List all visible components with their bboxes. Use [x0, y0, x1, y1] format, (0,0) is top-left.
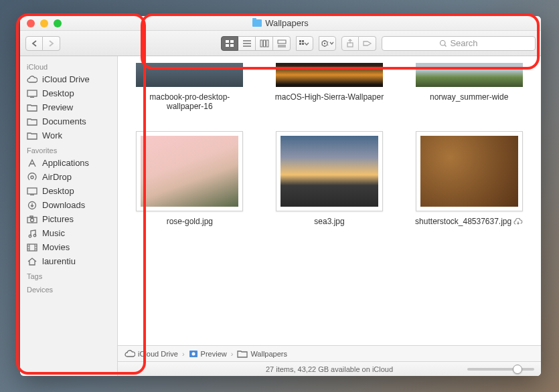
action-menu-button[interactable]	[319, 36, 336, 51]
file-item[interactable]: rose-gold.jpg	[130, 131, 250, 226]
file-name: macOS-High-Sierra-Wallpaper	[275, 92, 384, 102]
sidebar-item[interactable]: Work	[20, 128, 117, 142]
svg-rect-33	[27, 244, 37, 251]
sidebar-item-label: Music	[42, 228, 65, 238]
sidebar-item-label: Downloads	[42, 200, 85, 210]
path-separator: ›	[231, 350, 234, 358]
svg-rect-3	[230, 44, 234, 47]
svg-point-24	[31, 176, 33, 179]
svg-point-31	[29, 235, 31, 237]
sidebar-item[interactable]: iCloud Drive	[20, 72, 117, 86]
svg-rect-14	[302, 40, 304, 42]
svg-rect-10	[278, 40, 286, 43]
sidebar-header: Devices	[20, 282, 117, 295]
coverflow-view-button[interactable]	[273, 36, 291, 51]
view-buttons	[221, 36, 291, 51]
svg-rect-2	[226, 44, 229, 47]
path-segment[interactable]: iCloud Drive	[125, 350, 178, 358]
svg-point-20	[441, 40, 446, 45]
folder-icon	[252, 19, 262, 27]
sidebar-item-label: Work	[42, 130, 62, 140]
search-icon	[439, 39, 447, 47]
sidebar-item[interactable]: AirDrop	[20, 170, 117, 184]
forward-button[interactable]	[43, 36, 60, 51]
file-item[interactable]: macOS-High-Sierra-Wallpaper	[270, 63, 390, 111]
sidebar-item-label: Desktop	[42, 186, 74, 196]
sidebar: iCloudiCloud DriveDesktopPreviewDocument…	[20, 56, 118, 376]
file-thumbnail	[136, 131, 243, 211]
file-name: shutterstock_48537637.jpg	[415, 217, 523, 226]
path-segment[interactable]: Preview	[189, 350, 227, 358]
file-item[interactable]: shutterstock_48537637.jpg	[409, 131, 529, 226]
action-group	[319, 36, 336, 51]
sidebar-item[interactable]: laurentiu	[20, 254, 117, 268]
cloud-icon	[27, 75, 37, 84]
svg-rect-16	[302, 43, 304, 45]
sidebar-header: Favorites	[20, 142, 117, 156]
svg-point-29	[31, 218, 34, 221]
finder-window: Wallpapers Search iClou	[20, 16, 541, 376]
svg-point-41	[191, 352, 195, 355]
airdrop-icon	[27, 173, 37, 182]
list-view-button[interactable]	[238, 36, 256, 51]
sidebar-item-label: Desktop	[42, 88, 74, 98]
titlebar[interactable]: Wallpapers	[20, 16, 541, 31]
sidebar-item-label: Applications	[42, 158, 89, 168]
file-item[interactable]: norway_summer-wide	[409, 63, 529, 111]
zoom-knob[interactable]	[513, 365, 522, 374]
folder-icon	[237, 350, 248, 358]
window-title: Wallpapers	[20, 18, 541, 28]
search-input[interactable]: Search	[382, 36, 536, 51]
toolbar: Search	[20, 31, 541, 56]
sidebar-item[interactable]: Downloads	[20, 198, 117, 212]
folder-icon	[27, 131, 37, 140]
sidebar-item-label: Documents	[42, 116, 86, 126]
sidebar-item-label: laurentiu	[42, 256, 76, 266]
folder-icon	[27, 117, 37, 126]
svg-rect-13	[299, 40, 301, 42]
movie-icon	[27, 243, 37, 252]
svg-point-18	[324, 42, 325, 43]
status-text: 27 items, 43,22 GB available on iCloud	[266, 365, 393, 373]
app-icon	[27, 159, 37, 168]
sidebar-item[interactable]: Music	[20, 226, 117, 240]
status-bar: 27 items, 43,22 GB available on iCloud	[118, 361, 541, 376]
file-thumbnail	[416, 63, 523, 87]
zoom-slider[interactable]	[467, 368, 534, 371]
back-button[interactable]	[25, 36, 43, 51]
nav-buttons	[25, 36, 60, 51]
svg-point-32	[33, 234, 36, 237]
column-view-button[interactable]	[256, 36, 273, 51]
arrange-button[interactable]	[296, 36, 313, 51]
share-tag-group	[341, 36, 376, 51]
file-name: rose-gold.jpg	[167, 217, 213, 226]
sidebar-item[interactable]: Desktop	[20, 86, 117, 100]
share-button[interactable]	[341, 36, 359, 51]
sidebar-item[interactable]: Preview	[20, 100, 117, 114]
svg-rect-0	[226, 40, 229, 43]
svg-rect-25	[27, 188, 37, 194]
file-name: macbook-pro-desktop-wallpaper-16	[133, 92, 246, 111]
file-item[interactable]: sea3.jpg	[270, 131, 390, 226]
file-item[interactable]: macbook-pro-desktop-wallpaper-16	[130, 63, 250, 111]
svg-rect-30	[30, 216, 33, 217]
sidebar-item[interactable]: Applications	[20, 156, 117, 170]
window-title-text: Wallpapers	[265, 18, 309, 28]
arrange-group	[296, 36, 313, 51]
icon-view-button[interactable]	[221, 36, 238, 51]
path-segment[interactable]: Wallpapers	[237, 350, 287, 358]
path-label: Wallpapers	[250, 350, 287, 358]
sidebar-item[interactable]: Movies	[20, 240, 117, 254]
svg-rect-1	[230, 40, 234, 43]
tag-button[interactable]	[359, 36, 376, 51]
path-bar[interactable]: iCloud Drive›Preview›Wallpapers	[118, 345, 541, 361]
desktop-icon	[27, 187, 37, 196]
svg-rect-9	[266, 40, 268, 47]
sidebar-header: iCloud	[20, 59, 117, 72]
file-name: norway_summer-wide	[430, 92, 508, 102]
sidebar-item[interactable]: Pictures	[20, 212, 117, 226]
file-thumbnail	[136, 63, 243, 87]
sidebar-item[interactable]: Desktop	[20, 184, 117, 198]
sidebar-item[interactable]: Documents	[20, 114, 117, 128]
search-placeholder: Search	[450, 38, 477, 48]
